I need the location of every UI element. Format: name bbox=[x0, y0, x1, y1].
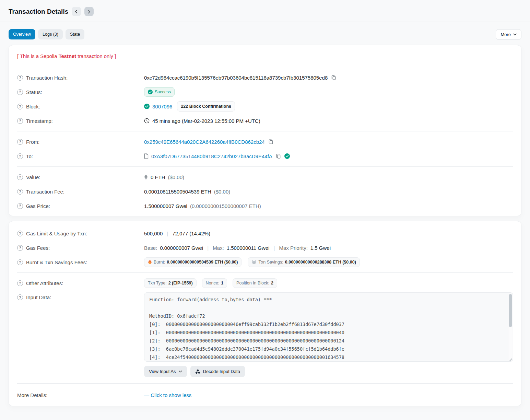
input-data-label-group: ? Input Data: bbox=[17, 292, 144, 300]
position-in-block-badge-label: Position In Block: bbox=[236, 281, 269, 285]
tab-bar: Overview Logs (3) State bbox=[9, 22, 521, 45]
view-input-as-label: View Input As bbox=[149, 369, 176, 374]
section-divider bbox=[17, 67, 513, 67]
block-label: Block: bbox=[26, 104, 40, 109]
txn-type-badge: Txn Type: 2 (EIP-1559) bbox=[144, 278, 197, 288]
testnet-warning-bold: Testnet bbox=[59, 54, 76, 59]
block-confirmations-badge: 222 Block Confirmations bbox=[177, 101, 235, 112]
gas-fees-row: ? Gas Fees: Base: 0.000000007 Gwei | Max… bbox=[17, 241, 513, 255]
gas-fees-base-label: Base: bbox=[144, 245, 157, 251]
timestamp-label: Timestamp: bbox=[26, 118, 53, 124]
more-details-value-group: — Click to show less bbox=[144, 392, 191, 398]
chevron-down-icon bbox=[513, 33, 517, 36]
pipe-separator: | bbox=[165, 231, 169, 236]
next-transaction-button[interactable] bbox=[84, 7, 94, 16]
copy-to-address-button[interactable] bbox=[275, 153, 282, 159]
transaction-hash-row: ? Transaction Hash: 0xc72d984ccac6190b5f… bbox=[17, 70, 513, 85]
txn-savings-badge-value: 0.000000000000288308 ETH ($0.00) bbox=[285, 260, 356, 265]
value-value-group: 0 ETH ($0.00) bbox=[144, 174, 184, 180]
transaction-hash-label-group: ? Transaction Hash: bbox=[17, 75, 144, 81]
gas-usage-value: 72,077 (14.42%) bbox=[172, 231, 210, 236]
gas-limit-value-group: 500,000 | 72,077 (14.42%) bbox=[144, 231, 210, 236]
view-input-as-button[interactable]: View Input As bbox=[144, 366, 187, 377]
txn-savings-badge: Txn Savings: 0.000000000000288308 ETH ($… bbox=[248, 257, 360, 267]
other-attributes-row: ? Other Attributes: Txn Type: 2 (EIP-155… bbox=[17, 276, 513, 290]
from-address-link[interactable]: 0x259c49E65644a020C2A642260a4ffB0CD862cb… bbox=[144, 139, 265, 145]
more-details-label-group: More Details: bbox=[17, 392, 144, 398]
status-value-group: Success bbox=[144, 87, 175, 97]
section-divider bbox=[17, 383, 513, 384]
page-header: Transaction Details bbox=[9, 0, 521, 22]
gas-price-amount: 1.500000007 Gwei bbox=[144, 203, 187, 209]
help-icon: ? bbox=[17, 189, 23, 195]
nonce-badge-label: Nonce: bbox=[206, 281, 220, 285]
block-number-link[interactable]: 3007096 bbox=[152, 104, 172, 109]
to-label: To: bbox=[26, 153, 33, 159]
transaction-hash-value: 0xc72d984ccac6190b5f135576eb97b03604bc81… bbox=[144, 75, 328, 81]
from-row: ? From: 0x259c49E65644a020C2A642260a4ffB… bbox=[17, 135, 513, 149]
to-address-link[interactable]: 0xA3f07D6773514480b918C2742b027b3acD9E44… bbox=[151, 153, 272, 159]
more-dropdown-button[interactable]: More bbox=[496, 29, 521, 40]
status-badge-label: Success bbox=[155, 90, 171, 94]
transaction-fee-amount: 0.000108115500504539 ETH bbox=[144, 189, 211, 195]
timestamp-row: ? Timestamp: 45 mins ago (Mar-02-2023 12… bbox=[17, 114, 513, 128]
burnt-badge-value: 0.000000000000504539 ETH ($0.00) bbox=[167, 260, 238, 265]
resize-handle[interactable] bbox=[509, 357, 512, 361]
cubes-icon bbox=[195, 369, 200, 374]
verified-check-circle-icon bbox=[284, 153, 290, 159]
page-title: Transaction Details bbox=[9, 8, 68, 15]
section-divider bbox=[17, 272, 513, 273]
input-data-scrollbar-track[interactable] bbox=[508, 293, 513, 361]
chevron-down-icon bbox=[179, 370, 182, 373]
to-row: ? To: 0xA3f07D6773514480b918C2742b027b3a… bbox=[17, 149, 513, 163]
transaction-fee-value-group: 0.000108115500504539 ETH ($0.00) bbox=[144, 189, 230, 195]
help-icon: ? bbox=[17, 174, 23, 180]
copy-from-address-button[interactable] bbox=[268, 139, 274, 144]
previous-transaction-button[interactable] bbox=[72, 7, 81, 16]
input-data-text: Function: forward(address to,bytes data)… bbox=[144, 293, 513, 362]
more-details-row: More Details: — Click to show less bbox=[17, 387, 513, 403]
tab-state[interactable]: State bbox=[66, 29, 84, 39]
gas-limit-value: 500,000 bbox=[144, 231, 163, 236]
help-icon: ? bbox=[17, 294, 23, 300]
input-data-textarea[interactable]: Function: forward(address to,bytes data)… bbox=[144, 292, 513, 362]
decode-input-data-button[interactable]: Decode Input Data bbox=[190, 366, 245, 377]
transaction-hash-value-group: 0xc72d984ccac6190b5f135576eb97b03604bc81… bbox=[144, 75, 337, 81]
section-divider bbox=[17, 131, 513, 131]
help-icon: ? bbox=[17, 259, 23, 265]
gas-fees-base-value: 0.000000007 Gwei bbox=[160, 245, 203, 251]
more-button-label: More bbox=[500, 32, 511, 37]
gas-fees-priority-value: 1.5 Gwei bbox=[310, 245, 331, 251]
testnet-warning-prefix: [ This is a Sepolia bbox=[17, 54, 59, 59]
click-to-show-less-link[interactable]: — Click to show less bbox=[144, 392, 191, 398]
input-data-scrollbar-thumb[interactable] bbox=[509, 294, 512, 327]
copy-transaction-hash-button[interactable] bbox=[330, 75, 337, 80]
tab-overview[interactable]: Overview bbox=[9, 29, 35, 39]
value-usd: ($0.00) bbox=[168, 174, 185, 180]
value-label: Value: bbox=[26, 174, 40, 180]
burnt-savings-value-group: Burnt: 0.000000000000504539 ETH ($0.00) … bbox=[144, 257, 360, 267]
copy-icon bbox=[268, 139, 273, 144]
from-label-group: ? From: bbox=[17, 139, 144, 145]
copy-icon bbox=[331, 75, 336, 80]
tab-logs[interactable]: Logs (3) bbox=[38, 29, 63, 39]
gas-price-label-group: ? Gas Price: bbox=[17, 203, 144, 209]
help-icon: ? bbox=[17, 280, 23, 286]
from-label: From: bbox=[26, 139, 39, 145]
block-row: ? Block: 3007096 222 Block Confirmations bbox=[17, 99, 513, 114]
more-details-card: ? Gas Limit & Usage by Txn: 500,000 | 72… bbox=[9, 221, 521, 406]
help-icon: ? bbox=[17, 153, 23, 159]
burnt-badge-label: Burnt: bbox=[154, 260, 165, 265]
transaction-details-page: Transaction Details Overview Logs (3) St… bbox=[0, 0, 530, 420]
chevron-right-icon bbox=[87, 10, 91, 14]
testnet-warning-suffix: transaction only ] bbox=[76, 54, 116, 59]
other-attributes-value-group: Txn Type: 2 (EIP-1559) Nonce: 1 Position… bbox=[144, 278, 277, 288]
decode-input-data-label: Decode Input Data bbox=[203, 369, 240, 374]
to-label-group: ? To: bbox=[17, 153, 144, 159]
help-icon: ? bbox=[17, 203, 23, 209]
testnet-warning: [ This is a Sepolia Testnet transaction … bbox=[17, 48, 513, 64]
burnt-savings-label-group: ? Burnt & Txn Savings Fees: bbox=[17, 259, 144, 265]
transaction-fee-row: ? Transaction Fee: 0.000108115500504539 … bbox=[17, 184, 513, 199]
nonce-badge-value: 1 bbox=[221, 281, 223, 285]
timestamp-value-group: 45 mins ago (Mar-02-2023 12:55:00 PM +UT… bbox=[144, 118, 260, 124]
